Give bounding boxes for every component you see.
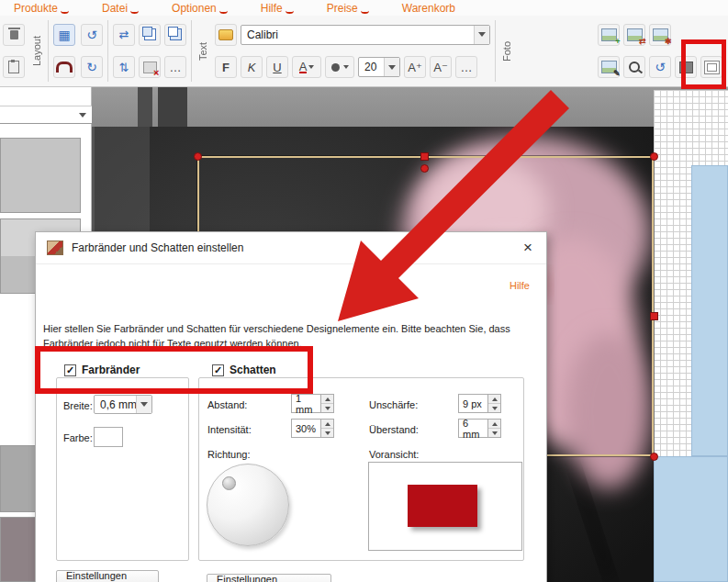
foto-section-label: Foto — [500, 16, 513, 86]
selection-handle-bottom-right[interactable] — [650, 453, 658, 461]
spinner-up-button[interactable] — [321, 395, 333, 403]
layout-more-button[interactable]: … — [164, 56, 186, 78]
chevron-up-icon — [492, 422, 498, 426]
unschaerfe-spinner[interactable]: 9 px — [458, 394, 501, 413]
pencil-badge-icon: ✎ — [613, 69, 621, 78]
menu-label: Preise — [327, 2, 358, 15]
send-backward-button[interactable] — [164, 24, 186, 46]
ueberstand-spinner[interactable]: 6 mm — [458, 419, 501, 438]
help-link[interactable]: Hilfe — [510, 280, 530, 291]
magnifier-icon — [629, 62, 640, 73]
selection-handle-right-middle[interactable] — [650, 312, 658, 320]
spinner-down-button[interactable] — [488, 428, 500, 437]
chevron-down-icon — [492, 431, 498, 435]
selection-handle-top-right[interactable] — [650, 152, 658, 161]
font-size-value: 20 — [359, 58, 384, 76]
chevron-up-icon — [325, 422, 330, 426]
plus-badge-icon: + — [615, 37, 620, 46]
rotate-left-button[interactable]: ↺ — [81, 24, 103, 46]
swap-photo-button[interactable]: ⇄ — [623, 24, 645, 46]
dialog-title-bar[interactable]: Farbränder und Schatten einstellen × — [36, 232, 546, 264]
zoom-photo-button[interactable] — [623, 56, 645, 78]
paste-button[interactable] — [3, 56, 25, 78]
spinner-down-button[interactable] — [488, 403, 500, 412]
menu-item-datei[interactable]: Datei — [102, 2, 139, 15]
bold-button[interactable]: F — [215, 56, 237, 78]
rotate-ccw-icon: ↺ — [86, 28, 97, 42]
abstand-spinner[interactable]: 1 mm — [291, 394, 334, 413]
italic-button[interactable]: K — [241, 56, 263, 78]
font-family-value: Calibri — [241, 26, 474, 44]
edit-photo-button[interactable]: ✎ — [598, 56, 620, 78]
page-thumbnail[interactable] — [0, 138, 81, 213]
spinner-down-button[interactable] — [321, 428, 333, 437]
ueberstand-label: Überstand: — [369, 424, 419, 435]
richtung-label: Richtung: — [207, 449, 250, 460]
richtung-dial[interactable] — [207, 464, 289, 546]
text-more-button[interactable]: … — [455, 56, 477, 78]
page-edge-band — [138, 87, 152, 127]
spinner-down-button[interactable] — [321, 403, 333, 412]
rotate-right-button[interactable]: ↻ — [81, 56, 103, 78]
menu-item-produkte[interactable]: Produkte — [14, 2, 69, 15]
chevron-down-icon — [388, 65, 396, 70]
flip-horizontal-button[interactable]: ⇄ — [113, 24, 135, 46]
photo-effects-button[interactable]: ✱ — [649, 24, 671, 46]
remove-image-button[interactable] — [139, 56, 161, 78]
selection-handle-top-left[interactable] — [194, 152, 202, 161]
decrease-font-button[interactable]: A⁻ — [430, 56, 452, 78]
magnet-snap-button[interactable] — [53, 56, 75, 78]
increase-font-button[interactable]: A⁺ — [404, 56, 426, 78]
bring-forward-button[interactable] — [139, 24, 161, 46]
combo-dropdown-button[interactable] — [384, 58, 399, 76]
farbe-color-swatch[interactable] — [94, 427, 123, 447]
snap-group: ▦ — [50, 16, 78, 86]
delete-button[interactable] — [3, 24, 25, 46]
combo-dropdown-button[interactable] — [474, 26, 489, 44]
menu-item-warenkorb[interactable]: Warenkorb — [402, 2, 455, 15]
menu-item-optionen[interactable]: Optionen — [172, 2, 228, 15]
selection-handle-top-middle[interactable] — [420, 152, 429, 161]
ueberstand-value: 6 mm — [458, 419, 488, 438]
underline-button[interactable]: U — [266, 56, 288, 78]
menu-item-hilfe[interactable]: Hilfe — [261, 2, 294, 15]
intensitaet-spinner[interactable]: 30% — [291, 419, 334, 438]
font-color-button[interactable]: A — [292, 56, 321, 78]
font-family-combo[interactable]: Calibri — [241, 25, 490, 45]
bold-icon: F — [222, 61, 230, 74]
dialog-description-line1: Hier stellen Sie Farbränder und Schatten… — [43, 323, 543, 334]
flip-vertical-icon: ⇅ — [119, 61, 129, 74]
add-photo-button[interactable]: + — [598, 24, 620, 46]
menu-bar: Produkte Datei Optionen Hilfe Preise War… — [0, 0, 728, 16]
unschaerfe-value: 9 px — [458, 394, 488, 413]
page-select-dropdown[interactable] — [0, 106, 92, 124]
breite-combo[interactable]: 0,6 mm — [94, 395, 152, 414]
close-button[interactable]: × — [521, 241, 535, 255]
main-toolbar: Layout ▦ ↺ ↻ ⇄ ⇅ … Text Calibri F — [0, 16, 728, 87]
dialog-title: Farbränder und Schatten einstellen — [72, 241, 243, 254]
grid-toggle-button[interactable]: ▦ — [53, 24, 75, 46]
rotate-handle[interactable] — [420, 164, 429, 173]
remove-image-icon — [143, 62, 157, 73]
effects-badge-icon: ✱ — [665, 37, 672, 46]
flip-vertical-button[interactable]: ⇅ — [113, 56, 135, 78]
dial-knob[interactable] — [222, 476, 236, 490]
fill-color-icon — [331, 63, 340, 72]
spinner-up-button[interactable] — [488, 395, 500, 403]
font-size-combo[interactable]: 20 — [358, 57, 400, 77]
load-settings-button[interactable]: Einstellungen laden — [56, 570, 159, 582]
photo-placeholder[interactable] — [691, 165, 728, 456]
fill-color-button[interactable] — [325, 56, 354, 78]
menu-item-preise[interactable]: Preise — [327, 2, 369, 15]
save-settings-button[interactable]: Einstellungen speichern — [207, 574, 331, 582]
ellipsis-icon: … — [170, 61, 182, 74]
photo-placeholder[interactable] — [654, 456, 728, 582]
menu-accent-mark — [61, 7, 69, 14]
text-group: Calibri F K U A 20 A⁺ A⁻ … — [212, 16, 493, 86]
combo-dropdown-button[interactable] — [136, 396, 151, 413]
text-style-button[interactable] — [215, 24, 237, 46]
spinner-up-button[interactable] — [488, 420, 500, 428]
reset-photo-button[interactable]: ↺ — [649, 56, 671, 78]
spinner-up-button[interactable] — [321, 420, 333, 428]
chevron-down-icon — [492, 407, 498, 410]
